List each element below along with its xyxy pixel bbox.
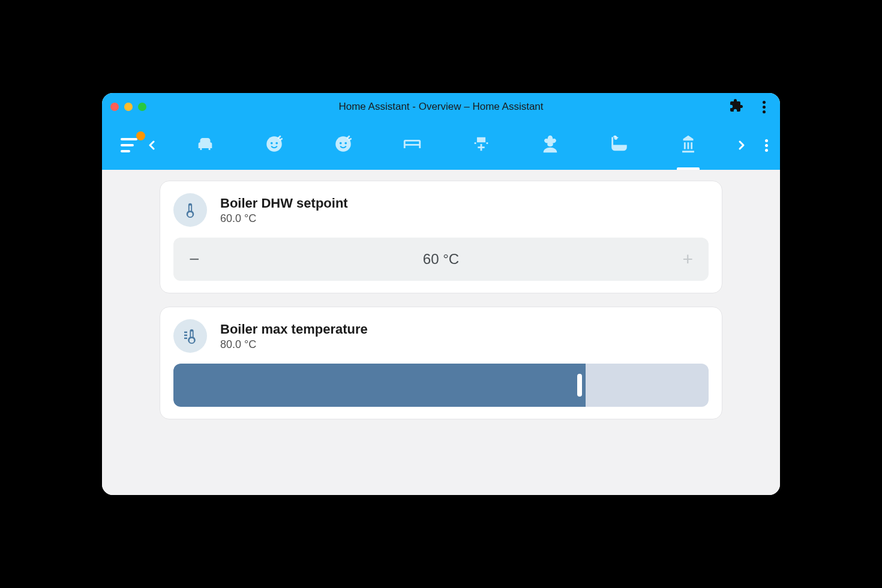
svg-point-5: [344, 142, 347, 145]
office-chair-icon: [471, 134, 491, 157]
child2-icon: [333, 134, 353, 157]
minimize-window[interactable]: [124, 103, 133, 111]
close-window[interactable]: [110, 103, 119, 111]
bathtub-icon: [609, 134, 629, 157]
svg-rect-8: [184, 335, 187, 337]
increment-button[interactable]: +: [682, 250, 693, 268]
app-window: Home Assistant - Overview – Home Assista…: [102, 93, 780, 495]
notification-badge: [136, 131, 145, 140]
bed-icon: [402, 134, 422, 157]
svg-point-2: [275, 142, 278, 145]
stepper-value: 60 °C: [423, 251, 459, 268]
entity-name: Boiler DHW setpoint: [220, 196, 348, 211]
tab-office[interactable]: [464, 121, 499, 170]
tab-list: [164, 121, 729, 170]
svg-rect-9: [184, 338, 187, 340]
svg-point-1: [271, 142, 273, 145]
temperature-slider[interactable]: [173, 364, 709, 407]
tab-garden[interactable]: [533, 121, 568, 170]
thermometer-lines-icon[interactable]: [173, 319, 207, 353]
scroll-tabs-right[interactable]: [729, 138, 754, 152]
svg-rect-7: [184, 332, 187, 334]
child1-icon: [264, 134, 284, 157]
card-dhw-setpoint: Boiler DHW setpoint 60.0 °C − 60 °C +: [160, 181, 722, 293]
thermometer-icon[interactable]: [173, 193, 207, 227]
decrement-button[interactable]: −: [189, 250, 200, 268]
flower-icon: [540, 134, 560, 157]
browser-actions: [729, 98, 772, 115]
entity-value: 60.0 °C: [220, 212, 348, 225]
card-header: Boiler max temperature 80.0 °C: [173, 319, 709, 353]
maximize-window[interactable]: [138, 103, 146, 111]
browser-menu-icon[interactable]: [763, 101, 766, 113]
tab-utility[interactable]: [671, 121, 706, 170]
entity-info: Boiler max temperature 80.0 °C: [220, 322, 368, 351]
extensions-icon[interactable]: [729, 98, 743, 115]
number-stepper: − 60 °C +: [173, 238, 709, 281]
entity-value: 80.0 °C: [220, 338, 368, 351]
window-title: Home Assistant - Overview – Home Assista…: [102, 101, 780, 113]
svg-point-4: [340, 142, 342, 145]
card-max-temperature: Boiler max temperature 80.0 °C: [160, 307, 722, 419]
card-header: Boiler DHW setpoint 60.0 °C: [173, 193, 709, 227]
tab-kids-room-1[interactable]: [257, 121, 292, 170]
tab-kids-room-2[interactable]: [326, 121, 361, 170]
entity-info: Boiler DHW setpoint 60.0 °C: [220, 196, 348, 225]
slider-thumb[interactable]: [577, 374, 582, 397]
svg-point-3: [335, 136, 351, 152]
entity-name: Boiler max temperature: [220, 322, 368, 337]
slider-fill: [173, 364, 586, 407]
utility-icon: [678, 134, 698, 157]
dashboard-menu[interactable]: [765, 139, 768, 152]
dashboard-content: Boiler DHW setpoint 60.0 °C − 60 °C +: [102, 170, 780, 495]
tab-living-room[interactable]: [188, 121, 223, 170]
tab-bathroom[interactable]: [602, 121, 637, 170]
sofa-icon: [195, 134, 215, 157]
window-controls: [110, 103, 146, 111]
titlebar: Home Assistant - Overview – Home Assista…: [102, 93, 780, 121]
top-nav: [102, 121, 780, 170]
sidebar-toggle[interactable]: [119, 135, 139, 155]
svg-point-6: [614, 136, 618, 140]
svg-point-0: [266, 136, 282, 152]
tab-bedroom[interactable]: [395, 121, 430, 170]
scroll-tabs-left[interactable]: [139, 138, 164, 152]
